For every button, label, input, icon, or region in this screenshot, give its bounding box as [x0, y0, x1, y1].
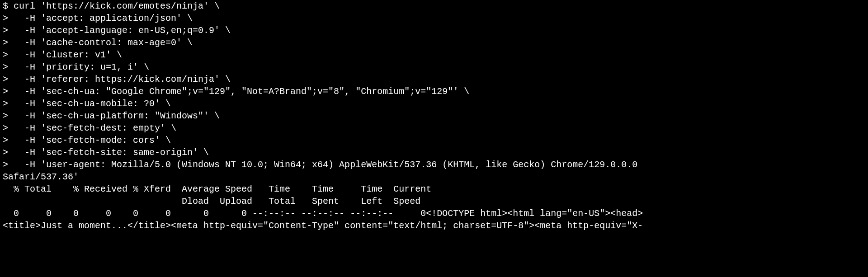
terminal-line: > -H 'sec-fetch-mode: cors' \ [3, 135, 171, 146]
terminal-line: > -H 'sec-fetch-site: same-origin' \ [3, 147, 209, 158]
terminal-line: $ curl 'https://kick.com/emotes/ninja' \ [3, 1, 220, 11]
terminal-line: > -H 'sec-ch-ua: "Google Chrome";v="129"… [3, 86, 469, 97]
terminal-line: % Total % Received % Xferd Average Speed… [3, 184, 431, 194]
terminal-line: > -H 'cluster: v1' \ [3, 50, 122, 60]
terminal-line: > -H 'accept: application/json' \ [3, 13, 193, 23]
terminal-line: Dload Upload Total Spent Left Speed [3, 196, 420, 207]
terminal-line: > -H 'cache-control: max-age=0' \ [3, 38, 193, 48]
terminal-line: Safari/537.36' [3, 172, 79, 182]
terminal-line: > -H 'referer: https://kick.com/ninja' \ [3, 74, 231, 85]
terminal-line: > -H 'sec-ch-ua-platform: "Windows"' \ [3, 111, 220, 121]
terminal-line: > -H 'accept-language: en-US,en;q=0.9' \ [3, 25, 231, 36]
terminal-line: > -H 'priority: u=1, i' \ [3, 62, 149, 72]
terminal-output[interactable]: $ curl 'https://kick.com/emotes/ninja' \… [0, 0, 868, 232]
terminal-line: 0 0 0 0 0 0 0 0 --:--:-- --:--:-- --:--:… [3, 208, 643, 219]
terminal-line: > -H 'sec-fetch-dest: empty' \ [3, 123, 176, 133]
terminal-line: > -H 'user-agent: Mozilla/5.0 (Windows N… [3, 160, 637, 170]
terminal-line: > -H 'sec-ch-ua-mobile: ?0' \ [3, 99, 171, 109]
terminal-line: <title>Just a moment...</title><meta htt… [3, 221, 643, 231]
